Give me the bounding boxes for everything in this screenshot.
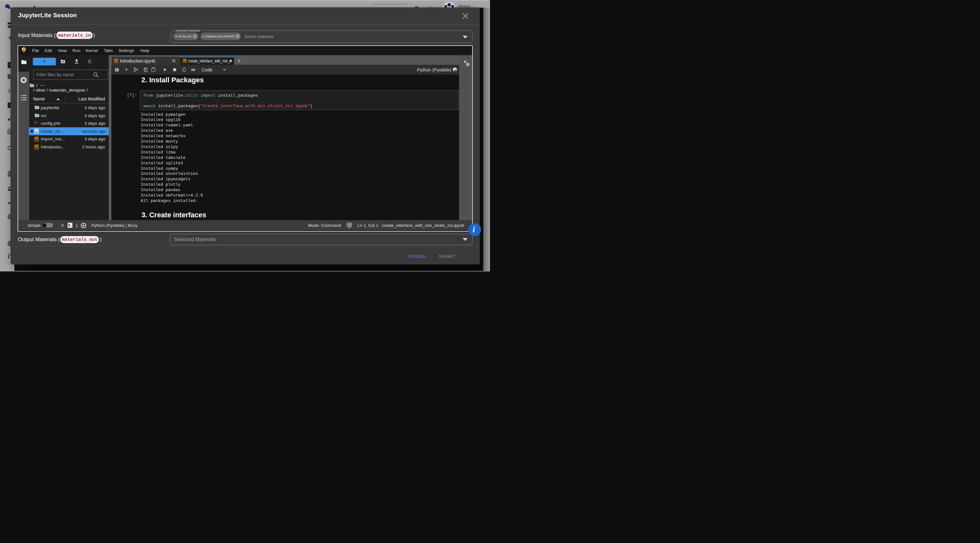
svg-text:jl: jl (22, 48, 25, 51)
